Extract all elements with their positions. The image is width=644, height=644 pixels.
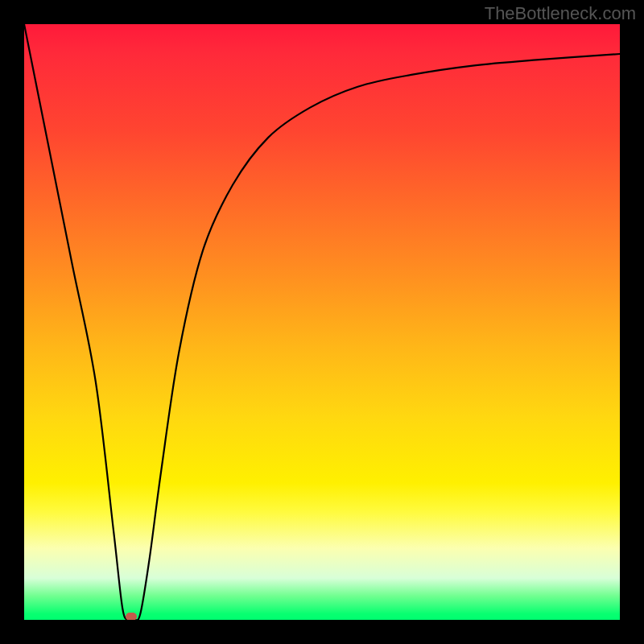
plot-area — [24, 24, 620, 620]
watermark-text: TheBottleneck.com — [485, 3, 636, 24]
optimum-marker — [126, 613, 137, 620]
bottleneck-curve — [24, 24, 620, 620]
